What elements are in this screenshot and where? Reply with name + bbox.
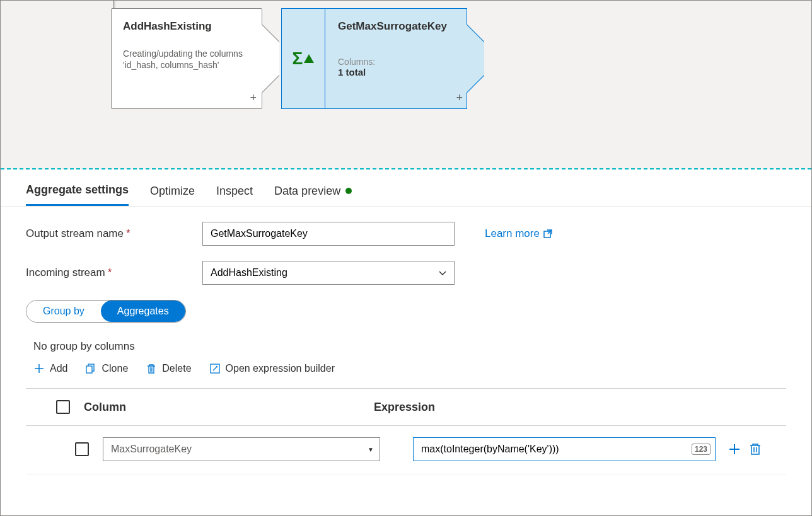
aggregate-icon-box[interactable]: Σ	[281, 8, 325, 109]
node-description: Creating/updating the columns 'id_hash, …	[123, 48, 244, 71]
type-badge: 123	[692, 444, 710, 455]
output-stream-row: Output stream name* Learn more	[26, 222, 786, 246]
dataflow-canvas: AddHashExisting Creating/updating the co…	[1, 1, 811, 169]
tab-optimize[interactable]: Optimize	[150, 183, 195, 206]
node-getmaxsurrogatekey[interactable]: GetMaxSurrogateKey Columns: 1 total +	[325, 8, 467, 109]
no-groupby-text: No group by columns	[33, 340, 786, 353]
learn-more-link[interactable]: Learn more	[485, 227, 552, 240]
aggregates-pill[interactable]: Aggregates	[101, 301, 185, 322]
tab-inspect[interactable]: Inspect	[216, 183, 253, 206]
columns-total: 1 total	[338, 67, 454, 77]
output-stream-label: Output stream name*	[26, 227, 202, 240]
column-name-input[interactable]	[103, 437, 380, 461]
expression-input[interactable]	[413, 437, 716, 461]
select-all-checkbox[interactable]	[56, 400, 70, 414]
node-title: GetMaxSurrogateKey	[338, 20, 454, 33]
delete-button[interactable]: Delete	[146, 363, 191, 374]
indicator-dot-icon	[345, 188, 352, 194]
incoming-stream-row: Incoming stream*	[26, 261, 786, 285]
expression-header: Expression	[374, 401, 435, 414]
incoming-stream-label: Incoming stream*	[26, 267, 202, 279]
add-button[interactable]: Add	[33, 363, 67, 374]
add-row-button[interactable]	[728, 443, 741, 456]
tab-label: Optimize	[150, 185, 195, 198]
clone-button[interactable]: Clone	[85, 363, 128, 374]
groupby-pill[interactable]: Group by	[26, 301, 101, 322]
table-row: ▼ 123	[26, 435, 786, 474]
row-checkbox[interactable]	[75, 442, 89, 456]
svg-rect-2	[86, 366, 92, 373]
settings-tabs: Aggregate settings Optimize Inspect Data…	[1, 169, 811, 207]
node-addhashexisting[interactable]: AddHashExisting Creating/updating the co…	[111, 8, 262, 109]
tab-label: Inspect	[216, 185, 253, 198]
tab-label: Aggregate settings	[26, 183, 129, 197]
tab-aggregate-settings[interactable]: Aggregate settings	[26, 183, 129, 206]
columns-label: Columns:	[338, 57, 454, 67]
table-header: Column Expression	[26, 400, 786, 426]
tab-data-preview[interactable]: Data preview	[274, 183, 352, 206]
add-branch-button[interactable]: +	[250, 91, 257, 105]
dropdown-caret-icon: ▼	[368, 446, 374, 453]
tab-label: Data preview	[274, 185, 340, 198]
column-toolbar: Add Clone Delete	[26, 363, 786, 389]
open-expression-builder-button[interactable]: Open expression builder	[209, 363, 335, 374]
delete-row-button[interactable]	[750, 443, 761, 456]
edit-box-icon	[209, 363, 221, 374]
copy-icon	[85, 363, 96, 374]
add-branch-button[interactable]: +	[456, 91, 463, 105]
incoming-stream-select[interactable]	[202, 261, 455, 285]
column-header: Column	[84, 401, 374, 414]
plus-icon	[33, 363, 45, 374]
node-title: AddHashExisting	[123, 20, 244, 33]
output-stream-input[interactable]	[202, 222, 455, 246]
trash-icon	[146, 363, 157, 374]
external-link-icon	[543, 229, 552, 238]
groupby-aggregates-toggle: Group by Aggregates	[26, 300, 186, 323]
aggregate-icon: Σ	[293, 49, 315, 69]
